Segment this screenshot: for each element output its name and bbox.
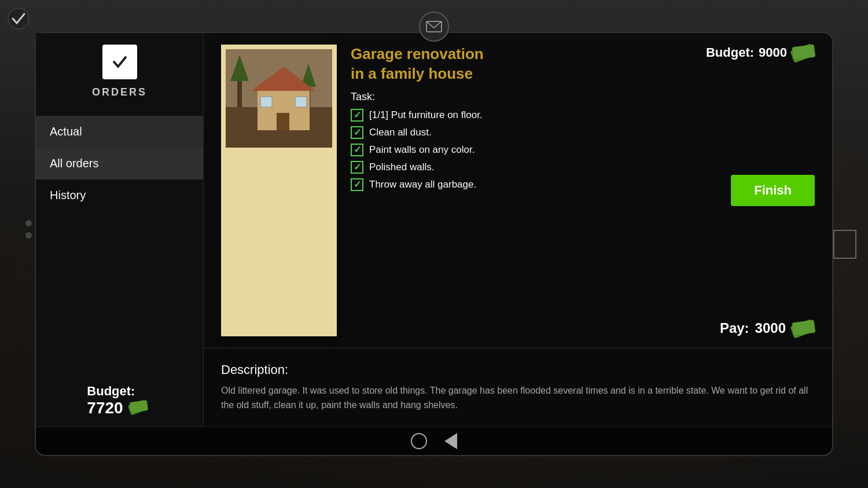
task-item-4: ✓ Polished walls. — [351, 161, 685, 174]
email-icon-wrap[interactable] — [419, 12, 449, 42]
svg-rect-12 — [260, 97, 272, 107]
task-check-1: ✓ — [351, 109, 363, 122]
task-item-1: ✓ [1/1] Put furniture on floor. — [351, 109, 685, 122]
sidebar-nav: Actual All orders History — [36, 116, 203, 211]
task-list: ✓ [1/1] Put furniture on floor. ✓ Clean … — [351, 109, 685, 191]
house-photo — [226, 49, 332, 148]
order-right-panel: Budget: 9000 Finish Pay: 3000 — [699, 45, 815, 336]
sidebar-item-all-orders[interactable]: All orders — [36, 148, 203, 179]
sidebar-budget-label: Budget: — [87, 384, 152, 399]
side-dot-2 — [25, 232, 32, 239]
main-content: Garage renovation in a family house Task… — [204, 33, 832, 427]
task-check-3: ✓ — [351, 144, 363, 156]
sidebar-money-icon — [129, 400, 152, 416]
side-dot-1 — [25, 220, 32, 226]
order-budget-display: Budget: 9000 — [706, 45, 815, 61]
email-icon[interactable] — [419, 12, 449, 42]
orders-title: ORDERS — [92, 86, 147, 98]
nav-back-button[interactable] — [444, 433, 457, 449]
order-detail-panel: Garage renovation in a family house Task… — [204, 33, 832, 348]
task-item-3: ✓ Paint walls on any color. — [351, 144, 685, 156]
finish-button[interactable]: Finish — [731, 175, 815, 206]
task-label: Task: — [351, 91, 685, 103]
description-label: Description: — [221, 362, 815, 377]
sidebar-item-actual[interactable]: Actual — [36, 116, 203, 148]
task-item-2: ✓ Clean all dust. — [351, 126, 685, 139]
pay-section: Pay: 3000 — [720, 320, 815, 336]
edge-button[interactable] — [833, 230, 856, 259]
tablet-screen: ORDERS Actual All orders History Budget:… — [35, 32, 833, 456]
svg-rect-5 — [237, 78, 242, 107]
svg-point-0 — [8, 8, 29, 29]
order-title: Garage renovation in a family house — [351, 45, 685, 84]
svg-rect-13 — [295, 97, 307, 107]
budget-money-icon — [792, 45, 815, 61]
task-item-5: ✓ Throw away all garbage. — [351, 178, 685, 191]
nav-home-button[interactable] — [411, 433, 427, 449]
tablet-content: ORDERS Actual All orders History Budget:… — [36, 33, 832, 427]
orders-icon — [102, 45, 137, 79]
description-panel: Description: Old littered garage. It was… — [204, 348, 832, 427]
sidebar-budget-amount: 7720 — [87, 399, 152, 417]
order-photo — [221, 45, 337, 336]
tablet-nav-bar — [36, 427, 832, 455]
sidebar-budget-section: Budget: 7720 — [73, 370, 165, 427]
svg-rect-11 — [277, 113, 289, 130]
sidebar: ORDERS Actual All orders History Budget:… — [36, 33, 204, 427]
side-dots — [25, 220, 32, 239]
order-info: Garage renovation in a family house Task… — [351, 45, 685, 336]
top-checkmark-badge — [7, 7, 30, 30]
description-text: Old littered garage. It was used to stor… — [221, 383, 815, 413]
pay-money-icon — [792, 320, 815, 336]
sidebar-item-history[interactable]: History — [36, 179, 203, 211]
task-check-2: ✓ — [351, 126, 363, 139]
task-check-5: ✓ — [351, 178, 363, 191]
task-check-4: ✓ — [351, 161, 363, 174]
